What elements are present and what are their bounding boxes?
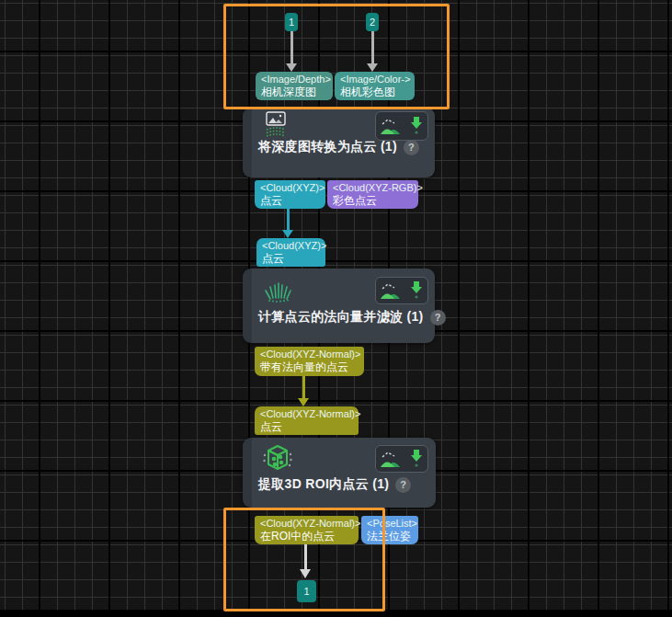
help-badge[interactable]: ?	[430, 310, 446, 326]
node-calc-normals-filter[interactable]: 计算点云的法向量并滤波 (1) ?	[243, 269, 435, 343]
node-toolbar	[375, 277, 428, 304]
help-badge[interactable]: ?	[395, 477, 411, 493]
tab-type-label: <Image/Color->	[340, 74, 415, 86]
entry-port-2-label: 2	[370, 17, 375, 28]
connection-line	[287, 209, 290, 231]
tab-type-label: <Image/Depth>	[261, 74, 333, 86]
entry-port-2[interactable]: 2	[366, 13, 379, 31]
port-cloud-xyz-input[interactable]: <Cloud(XYZ)> 点云	[256, 238, 325, 267]
node-depth-to-point-cloud[interactable]: 将深度图转换为点云 (1) ?	[243, 108, 435, 177]
port-name-label: 法兰位姿	[367, 530, 418, 543]
collapse-down-icon[interactable]	[409, 280, 424, 302]
port-type-label: <Cloud(XYZ)>	[262, 240, 325, 252]
arrowhead-icon	[367, 63, 378, 72]
arrowhead-icon	[300, 569, 311, 578]
port-type-label: <PoseList>	[367, 518, 418, 530]
arrowhead-icon	[286, 63, 297, 72]
arrowhead-icon	[282, 230, 293, 238]
roi-cube-icon	[262, 441, 293, 478]
node-title: 将深度图转换为点云 (1)	[258, 139, 397, 155]
preview-output-icon[interactable]	[380, 280, 402, 301]
port-cloud-xyz-rgb-output[interactable]: <Cloud(XYZ-RGB)> 彩色点云	[327, 180, 418, 209]
node-graph-canvas[interactable]: { "workflow": { "entry_ports": [ {"num":…	[0, 0, 672, 617]
help-badge[interactable]: ?	[404, 140, 419, 155]
port-cloud-normal-input[interactable]: <Cloud(XYZ-Normal)> 点云	[255, 406, 359, 435]
port-name-label: 点云	[260, 194, 325, 207]
collapse-down-icon[interactable]	[409, 115, 424, 137]
connection-line	[371, 31, 374, 64]
connection-line	[304, 544, 307, 570]
port-type-label: <Cloud(XYZ-RGB)>	[333, 182, 418, 194]
port-name-label: 彩色点云	[333, 194, 418, 207]
port-type-label: <Cloud(XYZ-Normal)>	[260, 348, 364, 360]
tab-camera-color-image[interactable]: <Image/Color-> 相机彩色图	[335, 72, 415, 100]
port-name-label: 点云	[262, 252, 325, 265]
connection-line	[290, 31, 293, 64]
tab-camera-depth-image[interactable]: <Image/Depth> 相机深度图	[256, 72, 333, 100]
port-name-label: 在ROI中的点云	[260, 530, 359, 543]
arrowhead-icon	[298, 398, 309, 406]
connection-line	[302, 376, 305, 399]
node-title: 计算点云的法向量并滤波 (1)	[258, 309, 424, 326]
preview-output-icon[interactable]	[380, 116, 402, 136]
tab-name-label: 相机深度图	[261, 86, 333, 98]
collapse-down-icon[interactable]	[409, 448, 424, 470]
entry-port-1[interactable]: 1	[285, 13, 298, 31]
entry-port-1-label: 1	[289, 17, 294, 28]
port-pose-list-output[interactable]: <PoseList> 法兰位姿	[361, 516, 418, 544]
port-name-label: 点云	[260, 420, 359, 433]
node-toolbar	[375, 445, 428, 473]
exit-port-1[interactable]: 1	[297, 580, 316, 602]
port-type-label: <Cloud(XYZ-Normal)>	[260, 408, 359, 420]
port-type-label: <Cloud(XYZ-Normal)>	[260, 518, 359, 530]
port-cloud-xyz-output[interactable]: <Cloud(XYZ)> 点云	[255, 180, 325, 209]
tab-name-label: 相机彩色图	[340, 86, 415, 98]
node-toolbar	[375, 111, 428, 141]
port-cloud-normal-output[interactable]: <Cloud(XYZ-Normal)> 带有法向量的点云	[255, 347, 364, 376]
port-type-label: <Cloud(XYZ)>	[260, 182, 325, 194]
node-title: 提取3D ROI内点云 (1)	[258, 476, 389, 493]
port-name-label: 带有法向量的点云	[260, 360, 364, 373]
point-cloud-normals-icon	[262, 275, 293, 308]
depth-image-to-cloud-icon	[264, 111, 288, 143]
preview-output-icon[interactable]	[380, 449, 402, 469]
canvas-bottom-edge	[0, 611, 672, 617]
port-cloud-in-roi-output[interactable]: <Cloud(XYZ-Normal)> 在ROI中的点云	[255, 516, 359, 544]
node-extract-3d-roi[interactable]: 提取3D ROI内点云 (1) ?	[243, 438, 436, 508]
exit-port-1-label: 1	[303, 586, 309, 597]
